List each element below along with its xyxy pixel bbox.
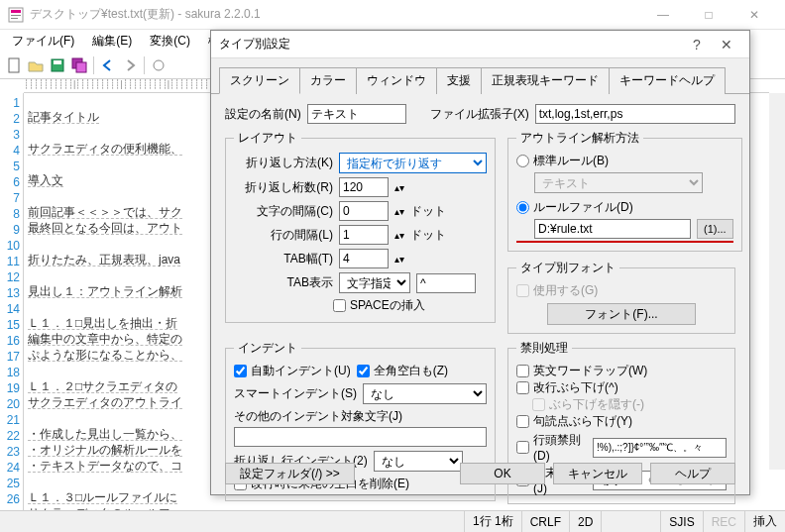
- zenkaku-check[interactable]: 全角空白も(Z): [357, 363, 448, 379]
- svg-rect-4: [9, 58, 19, 72]
- status-crlf: CRLF: [521, 511, 569, 532]
- dialog-titlebar: タイプ別設定 ? ✕: [211, 31, 749, 58]
- tab-support[interactable]: 支援: [436, 67, 482, 94]
- redo-icon[interactable]: [120, 55, 140, 75]
- smartindent-select[interactable]: なし: [363, 383, 487, 404]
- tab-window[interactable]: ウィンドウ: [356, 67, 437, 94]
- cancel-button[interactable]: キャンセル: [553, 463, 642, 484]
- undo-icon[interactable]: [98, 55, 118, 75]
- dialog-close-icon[interactable]: ✕: [712, 37, 741, 53]
- svg-rect-6: [54, 60, 61, 64]
- svg-rect-3: [11, 18, 18, 19]
- dialog-help-icon[interactable]: ?: [682, 37, 712, 53]
- vertical-scrollbar[interactable]: [769, 93, 785, 470]
- svg-rect-2: [11, 15, 21, 16]
- type-settings-dialog: タイプ別設定 ? ✕ スクリーン カラー ウィンドウ 支援 正規表現キーワード …: [210, 30, 750, 495]
- save-icon[interactable]: [48, 55, 67, 75]
- outline-std-radio[interactable]: 標準ルール(B): [516, 153, 733, 169]
- status-sel: 2D: [569, 511, 601, 532]
- tool-icon[interactable]: [149, 55, 168, 75]
- open-icon[interactable]: [26, 55, 46, 75]
- outline-std-select: テキスト: [534, 172, 703, 193]
- burasage-check[interactable]: 改行ぶら下げ(^): [516, 379, 727, 396]
- save-all-icon[interactable]: [69, 55, 89, 75]
- outline-group: アウトライン解析方法 標準ルール(B) テキスト ルールファイル(D) (1).…: [507, 130, 742, 252]
- ext-input[interactable]: [535, 104, 735, 124]
- dialog-tabs: スクリーン カラー ウィンドウ 支援 正規表現キーワード キーワードヘルプ: [211, 58, 749, 94]
- dialog-title: タイプ別設定: [219, 36, 682, 53]
- app-icon: [8, 7, 24, 23]
- other-indent-input[interactable]: [234, 427, 487, 447]
- svg-rect-8: [76, 62, 86, 72]
- layout-legend: レイアウト: [234, 130, 301, 147]
- tab-screen[interactable]: スクリーン: [219, 67, 300, 94]
- menu-edit[interactable]: 編集(E): [84, 31, 140, 52]
- tabchar-input[interactable]: [416, 273, 476, 293]
- head-kinsoku-input[interactable]: [593, 438, 727, 458]
- hide-burasage-check: ぶら下げを隠す(-): [516, 396, 727, 413]
- outline-rulefile-radio[interactable]: ルールファイル(D): [516, 199, 733, 216]
- help-button[interactable]: ヘルプ: [650, 463, 735, 484]
- tab-keyword-help[interactable]: キーワードヘルプ: [609, 67, 726, 94]
- new-file-icon[interactable]: [4, 55, 24, 75]
- minimize-button[interactable]: ―: [640, 0, 686, 30]
- menu-convert[interactable]: 変換(C): [142, 31, 198, 52]
- close-button[interactable]: ✕: [731, 0, 777, 30]
- status-pos: 1行 1桁: [464, 511, 521, 532]
- status-ins: 挿入: [744, 511, 785, 532]
- autoindent-check[interactable]: 自動インデント(U): [234, 363, 351, 379]
- maximize-button[interactable]: □: [686, 0, 731, 30]
- tab-color[interactable]: カラー: [299, 67, 357, 94]
- wrapcols-input[interactable]: [339, 177, 389, 197]
- typefont-group: タイプ別フォント 使用する(G) フォント(F)...: [507, 260, 735, 334]
- space-insert-check[interactable]: SPACEの挿入: [333, 297, 425, 314]
- charspace-input[interactable]: [339, 201, 389, 221]
- window-title: デスクトップ¥test.txt(更新) - sakura 2.2.0.1: [30, 6, 640, 23]
- wordwrap-check[interactable]: 英文ワードラップ(W): [516, 363, 727, 379]
- status-rec: REC: [703, 511, 744, 532]
- wrapmethod-select[interactable]: 指定桁で折り返す: [339, 153, 487, 173]
- typefont-use-check[interactable]: 使用する(G): [516, 282, 727, 299]
- tabwidth-input[interactable]: [339, 249, 389, 268]
- head-kinsoku-check[interactable]: 行頭禁則(D): [516, 432, 587, 463]
- window-titlebar: デスクトップ¥test.txt(更新) - sakura 2.2.0.1 ― □…: [0, 0, 785, 30]
- tab-regex-keyword[interactable]: 正規表現キーワード: [481, 67, 610, 94]
- ok-button[interactable]: OK: [460, 463, 545, 484]
- svg-point-9: [154, 60, 164, 70]
- font-button[interactable]: フォント(F)...: [547, 303, 696, 325]
- ext-label: ファイル拡張子(X): [430, 106, 529, 123]
- name-input[interactable]: [307, 104, 406, 124]
- rulefile-browse-button[interactable]: (1)...: [697, 219, 733, 239]
- tabdisp-select[interactable]: 文字指定: [339, 272, 410, 293]
- linespace-input[interactable]: [339, 225, 389, 245]
- menu-file[interactable]: ファイル(F): [4, 31, 82, 52]
- name-label: 設定の名前(N): [225, 106, 301, 123]
- punct-check[interactable]: 句読点ぶら下げ(Y): [516, 413, 727, 430]
- rulefile-input[interactable]: [534, 219, 691, 239]
- layout-group: レイアウト 折り返し方法(K) 指定桁で折り返す 折り返し桁数(R) ▴▾ 文字…: [225, 130, 496, 323]
- status-enc: SJIS: [660, 511, 702, 532]
- svg-rect-1: [11, 10, 21, 13]
- line-gutter: 1234567891011121314151617181920212223242…: [0, 93, 24, 510]
- settings-folder-button[interactable]: 設定フォルダ(/) >>: [225, 463, 355, 484]
